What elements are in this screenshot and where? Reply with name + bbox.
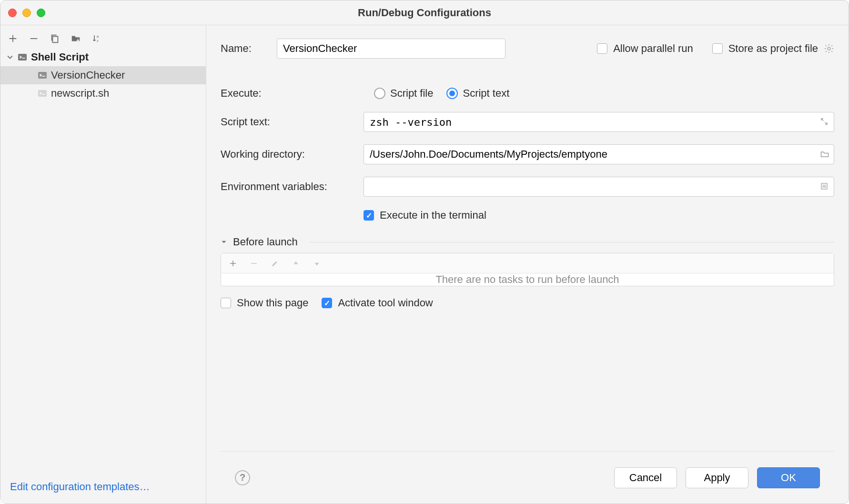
- shell-script-icon: [38, 89, 47, 98]
- working-dir-label: Working directory:: [221, 148, 364, 161]
- add-config-button[interactable]: [7, 33, 19, 44]
- exec-terminal-label: Execute in the terminal: [380, 209, 486, 222]
- window-title: Run/Debug Configurations: [0, 7, 849, 19]
- tree-group-label: Shell Script: [31, 51, 89, 63]
- zoom-window-button[interactable]: [37, 9, 45, 17]
- svg-point-6: [828, 47, 830, 50]
- move-down-button[interactable]: [313, 259, 321, 268]
- execute-row: Execute: Script file Script text: [221, 87, 834, 100]
- store-project-checkbox[interactable]: Store as project file: [712, 42, 834, 55]
- before-launch-tasks: There are no tasks to run before launch: [221, 253, 834, 286]
- script-text-row: Script text:: [221, 112, 834, 132]
- name-label: Name:: [221, 42, 277, 55]
- triangle-down-icon: [221, 239, 227, 245]
- execute-radio-group: Script file Script text: [374, 87, 509, 100]
- checkbox-icon: [712, 43, 723, 54]
- move-up-button[interactable]: [292, 259, 300, 268]
- script-text-label: Script text:: [221, 116, 364, 128]
- edit-templates-link[interactable]: Edit configuration templates…: [10, 481, 150, 493]
- add-task-button[interactable]: [229, 259, 237, 268]
- shell-script-icon: [38, 71, 47, 80]
- top-options: Allow parallel run Store as project file: [597, 42, 834, 55]
- show-this-page-label: Show this page: [237, 297, 308, 309]
- tree-item-label: VersionChecker: [51, 69, 125, 81]
- titlebar: Run/Debug Configurations: [0, 0, 849, 25]
- sidebar: az Shell Script VersionC: [0, 25, 206, 504]
- list-icon[interactable]: [820, 182, 829, 192]
- execute-label: Execute:: [221, 87, 364, 100]
- copy-config-button[interactable]: [49, 33, 61, 44]
- checkbox-icon: [221, 298, 231, 308]
- no-tasks-text: There are no tasks to run before launch: [221, 273, 834, 286]
- sidebar-toolbar: az: [0, 29, 206, 48]
- radio-script-text-label: Script text: [463, 87, 509, 100]
- activate-tool-label: Activate tool window: [338, 297, 433, 309]
- radio-icon: [374, 88, 385, 99]
- bottom-checks: Show this page Activate tool window: [221, 297, 834, 309]
- gear-icon[interactable]: [824, 43, 834, 54]
- tree-item-versionchecker[interactable]: VersionChecker: [0, 66, 206, 84]
- minimize-window-button[interactable]: [22, 9, 31, 17]
- run-debug-config-window: Run/Debug Configurations az: [0, 0, 849, 504]
- config-tree: Shell Script VersionChecker newscript.sh: [0, 48, 206, 470]
- svg-rect-3: [18, 54, 27, 60]
- dialog-footer: ? Cancel Apply OK: [221, 451, 834, 504]
- store-project-label: Store as project file: [728, 42, 818, 55]
- ok-button[interactable]: OK: [757, 467, 820, 488]
- exec-terminal-row: Execute in the terminal: [221, 209, 834, 222]
- radio-icon: [446, 88, 458, 99]
- name-row: Name: Allow parallel run Store as projec…: [221, 39, 834, 59]
- tree-item-label: newscript.sh: [51, 87, 109, 100]
- close-window-button[interactable]: [8, 9, 17, 17]
- script-text-input[interactable]: [364, 112, 834, 132]
- env-row: Environment variables:: [221, 177, 834, 197]
- activate-tool-checkbox[interactable]: Activate tool window: [322, 297, 433, 309]
- name-input[interactable]: [277, 39, 505, 59]
- before-launch-label: Before launch: [233, 236, 298, 248]
- tree-item-newscript[interactable]: newscript.sh: [0, 84, 206, 102]
- radio-script-file-label: Script file: [390, 87, 433, 100]
- remove-task-button[interactable]: [250, 259, 258, 268]
- dialog-buttons: Cancel Apply OK: [614, 467, 820, 488]
- tasks-toolbar: [221, 253, 834, 273]
- edit-task-button[interactable]: [271, 259, 279, 268]
- checkbox-icon: [322, 298, 332, 308]
- exec-terminal-checkbox[interactable]: Execute in the terminal: [364, 209, 486, 222]
- working-dir-input[interactable]: [364, 144, 834, 164]
- sidebar-footer: Edit configuration templates…: [0, 470, 206, 504]
- folder-icon[interactable]: [820, 150, 829, 159]
- shell-script-icon: [18, 52, 27, 62]
- help-button[interactable]: ?: [235, 470, 250, 485]
- content-area: az Shell Script VersionC: [0, 25, 849, 504]
- allow-parallel-checkbox[interactable]: Allow parallel run: [597, 42, 693, 55]
- env-input[interactable]: [364, 177, 834, 197]
- remove-config-button[interactable]: [28, 33, 40, 44]
- radio-script-file[interactable]: Script file: [374, 87, 433, 100]
- chevron-down-icon: [7, 54, 14, 60]
- save-config-button[interactable]: [70, 33, 81, 44]
- svg-rect-5: [38, 90, 47, 97]
- traffic-lights: [8, 9, 45, 17]
- allow-parallel-label: Allow parallel run: [613, 42, 693, 55]
- working-dir-row: Working directory:: [221, 144, 834, 164]
- cancel-button[interactable]: Cancel: [614, 467, 677, 488]
- svg-text:z: z: [97, 39, 99, 43]
- svg-rect-0: [52, 36, 58, 42]
- sort-config-button[interactable]: az: [91, 33, 102, 44]
- svg-rect-4: [38, 72, 47, 79]
- checkbox-icon: [364, 210, 374, 221]
- radio-script-text[interactable]: Script text: [446, 87, 509, 100]
- main-panel: Name: Allow parallel run Store as projec…: [206, 25, 849, 504]
- checkbox-icon: [597, 43, 607, 54]
- show-this-page-checkbox[interactable]: Show this page: [221, 297, 308, 309]
- before-launch-header[interactable]: Before launch: [221, 236, 834, 248]
- apply-button[interactable]: Apply: [686, 467, 748, 488]
- expand-icon[interactable]: [820, 117, 829, 127]
- env-label: Environment variables:: [221, 181, 364, 193]
- tree-group-shell-script[interactable]: Shell Script: [0, 48, 206, 66]
